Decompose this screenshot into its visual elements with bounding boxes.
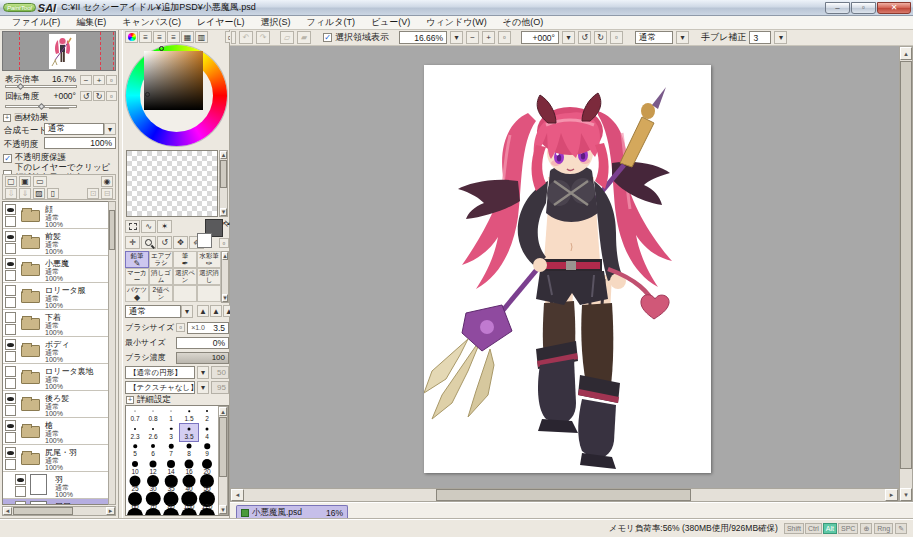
layer-visibility-toggle[interactable]: [5, 204, 16, 215]
scratchpad[interactable]: [126, 150, 218, 217]
brush-preset-1[interactable]: 1: [162, 406, 180, 424]
toolbar-edge-button[interactable]: [231, 31, 236, 44]
brush-preset-0.8[interactable]: 0.8: [144, 406, 162, 424]
layer-row-顔[interactable]: 顔通常100%: [3, 202, 115, 229]
menu-item-1[interactable]: 編集(E): [68, 16, 114, 29]
tool-水彩筆[interactable]: 水彩筆✑: [197, 251, 221, 268]
merge-down-button[interactable]: ⇓: [19, 188, 31, 199]
tool-empty-10[interactable]: [173, 285, 197, 302]
rotate-cw-button[interactable]: ↻: [93, 91, 105, 101]
delete-layer-button[interactable]: ▯: [47, 188, 59, 199]
tool-エアブラシ[interactable]: エアブラシ✐: [149, 251, 173, 268]
layer-lock-toggle[interactable]: [5, 351, 16, 362]
menu-item-6[interactable]: ビュー(V): [363, 16, 418, 29]
layer-down-button[interactable]: ⊟: [101, 188, 113, 199]
tool-grid-scrollbar[interactable]: ▴ ▾: [221, 251, 229, 303]
swatch-option-button[interactable]: ▫: [219, 238, 229, 248]
tool-empty-11[interactable]: [197, 285, 221, 302]
brush-preset-hidden-30[interactable]: [126, 511, 144, 516]
layer-row-下着[interactable]: 下着通常100%: [3, 310, 115, 337]
tool-選択ペン[interactable]: 選択ペン▨: [173, 268, 197, 285]
paint-effects-header[interactable]: + 画材効果: [3, 112, 48, 124]
layer-visibility-toggle[interactable]: [5, 420, 16, 431]
brush-preset-9[interactable]: 9: [198, 441, 216, 459]
transfer-down-button[interactable]: ⇩: [5, 188, 17, 199]
brush-preset-12[interactable]: 12: [144, 459, 162, 477]
menu-item-4[interactable]: 選択(S): [253, 16, 299, 29]
new-folder-button[interactable]: ▭: [33, 176, 47, 187]
menu-item-7[interactable]: ウィンドウ(W): [418, 16, 495, 29]
layer-lock-toggle[interactable]: [5, 432, 16, 443]
brush-size-unit-button[interactable]: ▫: [176, 323, 185, 332]
brush-preset-hidden-33[interactable]: [180, 511, 198, 516]
panel-resize-handle[interactable]: [49, 107, 69, 109]
menu-item-2[interactable]: キャンバス(C): [114, 16, 189, 29]
minimize-button[interactable]: –: [825, 2, 850, 14]
layer-visibility-toggle[interactable]: [5, 312, 16, 323]
brush-preset-2.6[interactable]: 2.6: [144, 424, 162, 442]
hsv-slider-button[interactable]: ≡: [153, 31, 166, 43]
zoom-in-button[interactable]: +: [93, 75, 105, 85]
new-linework-layer-button[interactable]: ▣: [19, 176, 31, 187]
angle-dropdown-icon[interactable]: ▾: [562, 31, 575, 44]
canvas-rotate-cw-button[interactable]: ↻: [594, 31, 607, 44]
deselect-button[interactable]: ▱: [280, 31, 294, 44]
close-button[interactable]: ✕: [877, 2, 911, 14]
hue-marker[interactable]: [159, 46, 164, 51]
layer-list-horizontal-scrollbar[interactable]: ◂ ▸: [2, 506, 116, 516]
presets-scrollbar[interactable]: ▴ ▾: [218, 406, 228, 515]
brush-preset-10[interactable]: 10: [126, 459, 144, 477]
canvas-zoom-value[interactable]: 16.66%: [399, 31, 447, 44]
brush-edge-button-1[interactable]: ▲: [210, 305, 222, 317]
brush-preset-0.7[interactable]: 0.7: [126, 406, 144, 424]
min-size-slider[interactable]: 0%: [176, 337, 229, 349]
scratchpad-button[interactable]: ▥: [195, 31, 208, 43]
canvas-angle-value[interactable]: +000°: [521, 31, 559, 44]
invert-selection-button[interactable]: ▰: [297, 31, 311, 44]
layer-lock-toggle[interactable]: [5, 243, 16, 254]
layer-visibility-toggle[interactable]: [5, 393, 16, 404]
layer-visibility-toggle[interactable]: [15, 501, 26, 505]
tool-筆[interactable]: 筆✒: [173, 251, 197, 268]
layer-row-尻尾・羽[interactable]: 尻尾・羽通常100%: [3, 445, 115, 472]
brush-preset-4[interactable]: 4: [198, 424, 216, 442]
rgb-slider-button[interactable]: ≡: [139, 31, 152, 43]
layer-visibility-toggle[interactable]: [5, 339, 16, 350]
layer-visibility-toggle[interactable]: [15, 474, 26, 485]
layer-lock-toggle[interactable]: [5, 324, 16, 335]
zoom-out-button[interactable]: −: [80, 75, 92, 85]
brush-preset-3.5[interactable]: 3.5: [180, 424, 198, 442]
rect-select-tool[interactable]: [125, 220, 140, 233]
layer-row-羽[interactable]: 羽通常100%: [3, 472, 115, 499]
stabilizer-value[interactable]: 3: [749, 31, 771, 44]
menu-item-8[interactable]: その他(O): [495, 16, 551, 29]
color-wheel-button[interactable]: [125, 31, 138, 43]
swatches-button[interactable]: ▦: [181, 31, 194, 43]
canvas-rotate-ccw-button[interactable]: ↺: [578, 31, 591, 44]
hand-tool[interactable]: ✥: [173, 236, 188, 249]
brush-texture-dropdown-icon[interactable]: ▾: [197, 381, 209, 394]
layer-row-ボディ[interactable]: ボディ通常100%: [3, 337, 115, 364]
saturation-value-square[interactable]: [144, 51, 203, 110]
brush-preset-6[interactable]: 6: [144, 441, 162, 459]
layer-row-後ろ髪[interactable]: 後ろ髪通常100%: [3, 391, 115, 418]
canvas-angle-reset-button[interactable]: ▫: [610, 31, 623, 44]
layer-row-ロリータ裏地[interactable]: ロリータ裏地通常100%: [3, 364, 115, 391]
rotate-view-tool[interactable]: ↺: [157, 236, 172, 249]
layer-visibility-toggle[interactable]: [5, 231, 16, 242]
rotate-ccw-button[interactable]: ↺: [80, 91, 92, 101]
layer-list-vertical-scrollbar[interactable]: [108, 201, 116, 505]
layer-visibility-toggle[interactable]: [5, 447, 16, 458]
show-selection-checkbox[interactable]: ✓: [323, 33, 332, 42]
sv-marker[interactable]: [145, 92, 150, 97]
zoom-dropdown-icon[interactable]: ▾: [450, 31, 463, 44]
layer-row-尻尾[interactable]: 尻尾通常100%: [3, 499, 115, 505]
magic-wand-tool[interactable]: ✶: [157, 220, 172, 233]
layer-row-前髪[interactable]: 前髪通常100%: [3, 229, 115, 256]
blend-mode-dropdown-icon[interactable]: ▾: [104, 123, 116, 135]
brush-preset-2.3[interactable]: 2.3: [126, 424, 144, 442]
brush-shape-select[interactable]: 【通常の円形】: [125, 366, 195, 379]
menu-item-3[interactable]: レイヤー(L): [189, 16, 253, 29]
paint-blend-dropdown-icon[interactable]: ▾: [676, 31, 689, 44]
maximize-button[interactable]: ▫: [851, 2, 876, 14]
